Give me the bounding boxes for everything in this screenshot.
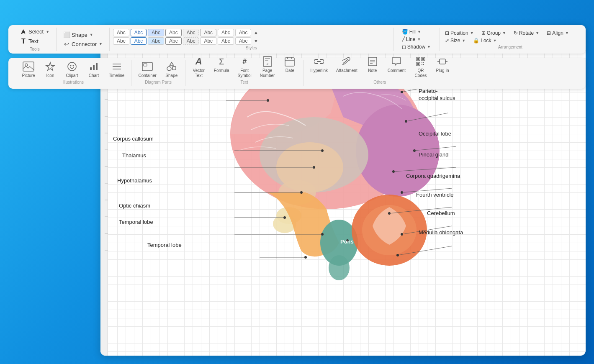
qr-codes-item[interactable]: QRCodes xyxy=(412,54,429,79)
attachment-icon xyxy=(340,55,353,68)
connector-icon: ↩ xyxy=(63,41,70,47)
label-corpora-quad: Corpora quadrigemina xyxy=(406,173,460,179)
connector-dropdown: ▼ xyxy=(99,42,103,46)
label-temporal-lobe-2: Temporal lobe xyxy=(147,242,182,248)
formula-icon: Σ xyxy=(215,55,228,68)
clipart-label: Clipart xyxy=(66,73,78,78)
attachment-item[interactable]: Attachment xyxy=(334,54,359,79)
comment-item[interactable]: Comment xyxy=(386,54,407,79)
shadow-row: ◻ Shadow ▼ xyxy=(400,44,432,50)
date-label: Date xyxy=(285,68,294,73)
formula-item[interactable]: Σ Formula xyxy=(212,54,231,79)
styles-label: Styles xyxy=(246,46,257,50)
select-tool[interactable]: ⮝ Select ▼ xyxy=(17,28,53,36)
group-icon: ⊞ xyxy=(481,30,486,36)
styles-row-2: Abc Abc Abc Abc Abc Abc Abc Abc ▼ xyxy=(113,37,390,45)
toolbar-insert: Picture Icon Clipart Chart xyxy=(8,58,586,89)
font-symbol-icon: # xyxy=(238,55,251,68)
position-icon: ⊡ xyxy=(445,30,449,36)
style-chip-4[interactable]: Abc xyxy=(165,29,182,36)
line-button[interactable]: ╱ Line ▼ xyxy=(400,36,423,43)
style-chip-6[interactable]: Abc xyxy=(200,29,216,36)
tools-section: ⮝ Select ▼ T Text Tools xyxy=(13,28,57,51)
style-chip-11[interactable]: Abc xyxy=(148,37,164,45)
align-button[interactable]: ⊟ Align ▼ xyxy=(545,30,571,36)
rotate-button[interactable]: ↻ Rotate ▼ xyxy=(512,30,541,36)
formula-label: Formula xyxy=(214,68,229,73)
diagram-parts-label: Diagram Parts xyxy=(145,80,172,85)
styles-chevron-up[interactable]: ▲ xyxy=(253,30,258,36)
note-item[interactable]: Note xyxy=(364,54,381,79)
hyperlink-label: Hyperlink xyxy=(310,68,328,73)
svg-point-47 xyxy=(329,255,350,280)
svg-rect-5 xyxy=(90,67,92,70)
date-item[interactable]: Date xyxy=(281,54,298,79)
style-chip-2[interactable]: Abc xyxy=(131,29,147,36)
style-chip-16[interactable]: Abc xyxy=(235,37,252,45)
svg-point-38 xyxy=(356,105,440,197)
styles-chevron-down[interactable]: ▼ xyxy=(253,38,258,44)
shape-dropdown: ▼ xyxy=(90,33,93,37)
shape-item[interactable]: Shape xyxy=(163,59,180,79)
style-chip-13[interactable]: Abc xyxy=(183,37,199,45)
arrangement-label: Arrangement xyxy=(498,45,522,49)
font-symbol-item[interactable]: # FontSymbol xyxy=(236,54,253,79)
svg-rect-12 xyxy=(144,64,147,66)
illustrations-label: Illustrations xyxy=(62,80,84,85)
page-number-item[interactable]: # PageNumber xyxy=(258,54,277,79)
style-chip-5[interactable]: Abc xyxy=(183,29,199,36)
connector-tool[interactable]: ↩ Connector ▼ xyxy=(60,40,106,48)
timeline-item[interactable]: Timeline xyxy=(107,59,126,79)
qr-codes-label: QRCodes xyxy=(415,68,427,78)
vector-text-item[interactable]: A VectorText xyxy=(190,54,207,79)
svg-rect-34 xyxy=(440,59,445,64)
style-chip-15[interactable]: Abc xyxy=(218,37,234,45)
timeline-label: Timeline xyxy=(109,73,124,78)
align-label: Align xyxy=(552,30,563,36)
line-dropdown: ▼ xyxy=(417,37,421,41)
style-chip-12[interactable]: Abc xyxy=(165,37,182,45)
picture-label: Picture xyxy=(22,73,35,78)
line-label: Line xyxy=(406,36,416,42)
svg-rect-28 xyxy=(422,58,424,60)
fill-button[interactable]: 🪣 Fill ▼ xyxy=(400,28,423,35)
size-button[interactable]: ⤢ Size ▼ xyxy=(443,37,467,44)
align-icon: ⊟ xyxy=(547,30,551,36)
style-chip-3[interactable]: Abc xyxy=(148,29,164,36)
lock-button[interactable]: 🔒 Lock ▼ xyxy=(471,37,498,44)
shadow-button[interactable]: ◻ Shadow ▼ xyxy=(400,44,432,50)
picture-item[interactable]: Picture xyxy=(20,59,37,79)
vector-text-icon: A xyxy=(192,55,206,68)
style-chip-8[interactable]: Abc xyxy=(235,29,252,36)
icon-item[interactable]: Icon xyxy=(42,59,59,79)
style-chip-1[interactable]: Abc xyxy=(113,29,129,36)
svg-rect-31 xyxy=(423,62,424,63)
picture-icon xyxy=(22,60,35,73)
shadow-dropdown: ▼ xyxy=(427,45,431,49)
fill-dropdown: ▼ xyxy=(417,30,421,34)
position-label: Position xyxy=(450,30,468,36)
label-optic-chiasm: Optic chiasm xyxy=(119,203,150,209)
group-button[interactable]: ⊞ Group ▼ xyxy=(480,30,508,36)
svg-rect-33 xyxy=(423,64,424,65)
chart-item[interactable]: Chart xyxy=(85,59,102,79)
plugin-item[interactable]: Plug-in xyxy=(434,54,451,79)
shape-tool[interactable]: ⬜ Shape ▼ xyxy=(60,31,106,39)
text-tool[interactable]: T Text xyxy=(17,37,53,46)
style-chip-7[interactable]: Abc xyxy=(218,29,234,36)
date-icon xyxy=(283,55,296,68)
clipart-item[interactable]: Clipart xyxy=(64,59,80,79)
style-chip-14[interactable]: Abc xyxy=(200,37,216,45)
position-button[interactable]: ⊡ Position ▼ xyxy=(443,30,476,36)
container-item[interactable]: Container xyxy=(136,59,158,79)
label-temporal-lobe-1: Temporal lobe xyxy=(119,219,153,225)
hyperlink-item[interactable]: Hyperlink xyxy=(309,54,329,79)
others-label: Others xyxy=(373,80,386,85)
hyperlink-icon xyxy=(312,55,326,68)
lock-label: Lock xyxy=(481,38,491,44)
shape-icon: ⬜ xyxy=(63,31,70,38)
arrangement-items: ⊡ Position ▼ ⊞ Group ▼ ↻ Rotate ▼ ⊟ Alig… xyxy=(443,30,577,44)
group-label: Group xyxy=(487,30,501,36)
style-chip-10[interactable]: Abc xyxy=(131,37,147,45)
style-chip-9[interactable]: Abc xyxy=(113,37,129,45)
